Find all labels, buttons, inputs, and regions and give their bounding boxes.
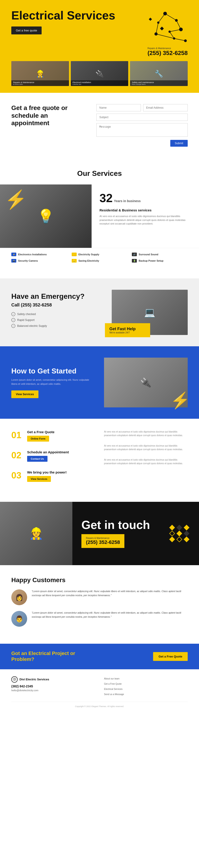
hero-image-repairs: 👷 Repairs & Maintenance Et lorem dolor xyxy=(11,61,69,86)
emergency-item-1: ✓ Rapid Support xyxy=(11,318,103,322)
footer-nav-link-3[interactable]: Send us a Message xyxy=(104,693,124,695)
hero-title: Electrical Services xyxy=(11,9,142,22)
emergency-checklist: ✓ Safety checked ✓ Rapid Support ✓ Balan… xyxy=(11,312,103,328)
service-item-1: ⚡ Electricity Supply xyxy=(72,253,128,256)
service-icon-3: 📷 xyxy=(11,259,16,262)
step-number-0: 01 xyxy=(11,430,23,440)
step-desc-0: At vero eos et accusamus et iusto odio d… xyxy=(104,430,188,437)
hero-images-row: 👷 Repairs & Maintenance Et lorem dolor 🔌… xyxy=(11,61,188,86)
service-label-3: Security Camera xyxy=(18,259,38,262)
svg-line-16 xyxy=(174,38,186,41)
hero-img-label-0: Repairs & Maintenance xyxy=(13,81,34,84)
step-button-0[interactable]: Online Form xyxy=(27,436,49,442)
step-number-1: 02 xyxy=(11,450,23,460)
service-item-0: ⚡ Electronics Installations xyxy=(11,253,67,256)
testimonial-card-1: 👨 "Lorem ipsum dolor sit amet, consectet… xyxy=(11,611,188,627)
hero-section: Electrical Services Get a free quote xyxy=(0,0,199,93)
svg-line-12 xyxy=(158,13,165,23)
step-item-2: 03 We bring you the power! View Services xyxy=(11,470,95,484)
step-button-2[interactable]: View Services xyxy=(27,476,51,482)
howto-heading: How to Get Started xyxy=(11,367,95,375)
cta-section: Got an Electrical Project or Problem? Ge… xyxy=(0,644,199,669)
step-button-1[interactable]: Contact Us xyxy=(27,456,47,462)
step-desc-2: At vero eos et accusamus et iusto odio d… xyxy=(104,458,188,465)
cta-text: Got an Electrical Project or Problem? xyxy=(11,650,79,662)
emergency-item-2: ✓ Balanced electric Supply xyxy=(11,324,103,328)
service-label-4: Saving Electricity xyxy=(78,259,99,262)
lightning-icon: ⚡ xyxy=(4,189,27,210)
steps-section: 01 Get a Free Quote Online Form 02 Sched… xyxy=(0,419,199,502)
step-title-1: Schedule an Appointment xyxy=(27,450,95,454)
service-label-5: Backup Power Setup xyxy=(139,259,163,262)
touch-repairs-label: Repairs & Maintenance xyxy=(86,537,120,539)
years-number: 32 xyxy=(100,191,112,205)
hero-img-sublabel-0: Et lorem dolor xyxy=(13,84,67,85)
step-title-2: We bring you the power! xyxy=(27,470,95,474)
svg-line-13 xyxy=(156,23,158,34)
quote-form: Submit xyxy=(96,104,188,140)
service-label-0: Electronics Installations xyxy=(18,253,47,256)
service-icon-1: ⚡ xyxy=(72,253,77,256)
howto-lightning-icon: ⚡ xyxy=(170,391,190,410)
svg-rect-8 xyxy=(160,27,164,31)
emergency-heading: Have an Emergency? xyxy=(11,292,103,301)
emergency-item-0: ✓ Safety checked xyxy=(11,312,103,316)
fast-help-subtitle: We're available 24/7 xyxy=(109,331,146,334)
footer-email: hello@divielectricity.com xyxy=(11,689,95,692)
check-icon-0: ✓ xyxy=(11,312,15,316)
hero-repairs-label: Repairs & Maintenance xyxy=(147,47,188,50)
testimonial-text-0: "Lorem ipsum dolor sit amet, consectetur… xyxy=(32,589,188,597)
service-icon-2: 🔊 xyxy=(132,253,137,256)
hero-image-installation: 🔌 Electrical Installation Lobortis sed xyxy=(71,61,128,86)
services-subtitle: Residential & Business services xyxy=(100,208,191,212)
service-item-3: 📷 Security Camera xyxy=(11,259,67,262)
hero-phone: (255) 352-6258 xyxy=(147,50,188,57)
step-item-0: 01 Get a Free Quote Online Form xyxy=(11,430,95,443)
fast-help-banner: Get Fast Help We're available 24/7 xyxy=(105,323,150,337)
footer-copyright: Copyright © 2022 Elegant Themes. All rig… xyxy=(11,702,188,708)
footer-phone: (382) 842-2345 xyxy=(11,684,95,688)
testimonials-section: Happy Customers 👩 "Lorem ipsum dolor sit… xyxy=(0,565,199,644)
service-item-5: 🔋 Backup Power Setup xyxy=(132,259,188,262)
step-number-2: 03 xyxy=(11,470,23,480)
circuit-decoration xyxy=(142,9,188,43)
howto-view-services-button[interactable]: View Services xyxy=(11,391,38,398)
svg-line-11 xyxy=(176,20,181,29)
howto-description: Lorem ipsum dolor sit amet, consectetur … xyxy=(11,378,95,386)
service-icon-0: ⚡ xyxy=(11,253,16,256)
emergency-section: Have an Emergency? Call (255) 352-6258 ✓… xyxy=(0,278,199,346)
subject-input[interactable] xyxy=(96,114,188,121)
svg-line-10 xyxy=(165,13,176,20)
footer-nav-link-1[interactable]: Get a Free Quote xyxy=(104,683,122,685)
hero-image-safety: 🔧 Safety and maintenance Nunc suscipit l… xyxy=(130,61,188,86)
hero-img-label-2: Safety and maintenance xyxy=(132,81,154,84)
testimonial-card-0: 👩 "Lorem ipsum dolor sit amet, consectet… xyxy=(11,589,188,605)
services-left-image: 💡 ⚡ xyxy=(0,184,92,248)
check-icon-1: ✓ xyxy=(11,318,15,322)
howto-section: How to Get Started Lorem ipsum dolor sit… xyxy=(0,346,199,419)
hero-cta-button[interactable]: Get a free quote xyxy=(11,27,42,34)
touch-worker-image: 👷 xyxy=(0,502,72,565)
touch-phone: (255) 352-6258 xyxy=(86,539,120,545)
check-icon-2: ✓ xyxy=(11,324,15,328)
message-textarea[interactable] xyxy=(96,123,188,137)
quote-section: Get a free quote or schedule an appointm… xyxy=(0,93,199,158)
service-icon-5: 🔋 xyxy=(132,259,137,262)
step-title-0: Get a Free Quote xyxy=(27,430,95,434)
emergency-phone: Call (255) 352-6258 xyxy=(11,302,103,308)
services-description: At vero eos et accusamus et iusto odio d… xyxy=(100,214,191,226)
cta-button[interactable]: Get a Free Quote xyxy=(153,652,188,661)
service-item-2: 🔊 Surround Sound xyxy=(132,253,188,256)
years-label: Years in business xyxy=(114,199,141,203)
quote-heading: Get a free quote or schedule an appointm… xyxy=(11,104,87,127)
testimonial-avatar-0: 👩 xyxy=(11,589,27,605)
footer-navigation: About our team Get a Free Quote Electric… xyxy=(104,676,188,697)
submit-button[interactable]: Submit xyxy=(170,140,188,147)
touch-heading: Get in touch xyxy=(81,519,190,531)
service-icon-4: 💡 xyxy=(72,259,77,262)
footer-nav-link-2[interactable]: Electrical Services xyxy=(104,688,123,690)
footer-nav-link-0[interactable]: About our team xyxy=(104,677,120,680)
services-grid: ⚡ Electronics Installations ⚡ Electricit… xyxy=(0,248,199,267)
email-input[interactable] xyxy=(143,104,188,111)
name-input[interactable] xyxy=(96,104,141,111)
